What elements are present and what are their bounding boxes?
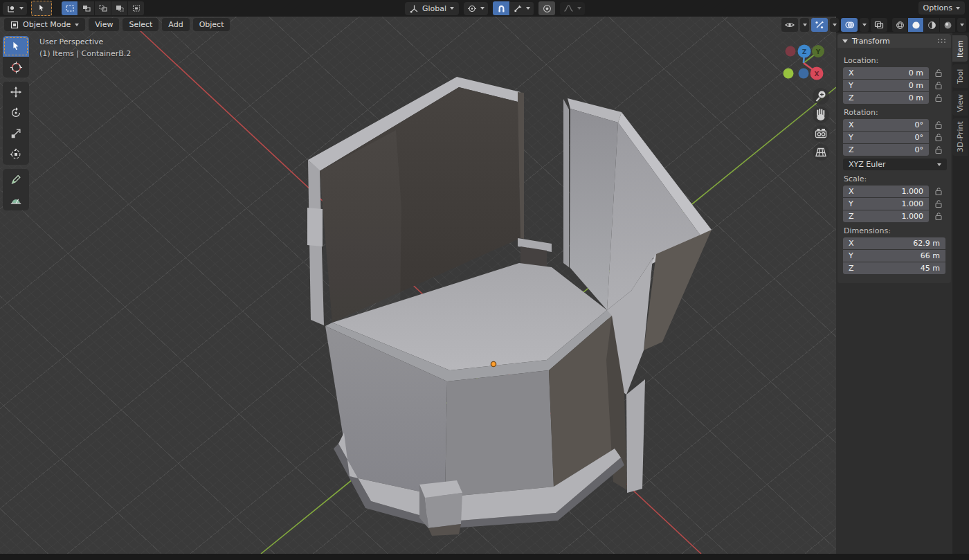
overlays-toggle-button[interactable] xyxy=(841,18,858,32)
lock-open-icon[interactable] xyxy=(934,199,943,208)
xray-toggle-button[interactable] xyxy=(871,18,887,32)
container-model[interactable] xyxy=(307,77,712,536)
menu-object[interactable]: Object xyxy=(193,18,230,31)
rotation-y-field[interactable]: Y0° xyxy=(843,132,929,143)
select-mode-box-button[interactable] xyxy=(62,1,78,15)
tool-scale[interactable] xyxy=(3,123,29,144)
menu-add[interactable]: Add xyxy=(162,18,189,31)
lock-open-icon[interactable] xyxy=(934,120,943,129)
location-label: Location: xyxy=(844,56,945,65)
dimensions-z-field[interactable]: Z45 m xyxy=(843,262,945,274)
pivot-point-dropdown[interactable] xyxy=(464,2,488,15)
sidebar-n-panel: Transform Location: X0 m xyxy=(836,33,969,554)
scale-x-field[interactable]: X1.000 xyxy=(843,186,929,197)
gizmo-y-label: Y xyxy=(815,48,821,55)
tool-measure[interactable] xyxy=(3,190,29,210)
visibility-chevron[interactable] xyxy=(800,18,809,32)
tool-cursor[interactable] xyxy=(3,57,29,78)
panel-collapse-icon xyxy=(842,39,848,43)
orientation-label: Global xyxy=(422,4,446,13)
scale-label: Scale: xyxy=(844,174,945,183)
editor-type-icon xyxy=(6,4,16,13)
rotation-y-row: Y0° xyxy=(843,132,945,143)
gizmo-neg-y-ball[interactable] xyxy=(784,69,794,79)
location-z-field[interactable]: Z0 m xyxy=(843,92,929,104)
location-x-field[interactable]: X0 m xyxy=(843,67,929,79)
orientation-axes-icon xyxy=(410,4,419,13)
mode-label: Object Mode xyxy=(23,20,71,29)
mode-dropdown[interactable]: Object Mode xyxy=(4,18,85,31)
panel-grip-icon[interactable] xyxy=(937,38,946,44)
shading-wireframe-button[interactable] xyxy=(892,18,907,32)
scale-icon xyxy=(10,127,22,140)
material-sphere-icon xyxy=(927,21,936,30)
sidebar-tab-strip: Item Tool View 3D-Print xyxy=(952,33,969,554)
navigation-gizmo[interactable]: Z Y X xyxy=(784,45,825,80)
rotation-z-field[interactable]: Z0° xyxy=(843,144,929,156)
proportional-editing-button[interactable] xyxy=(538,1,555,15)
gizmo-neg-x-ball[interactable] xyxy=(786,46,796,57)
gizmos-chevron[interactable] xyxy=(830,18,839,32)
scale-y-field[interactable]: Y1.000 xyxy=(843,198,929,210)
transform-panel-column: Transform Location: X0 m xyxy=(836,33,952,554)
invert-select-icon xyxy=(115,4,125,12)
tool-annotate[interactable] xyxy=(3,169,29,190)
shading-solid-button[interactable] xyxy=(908,18,923,32)
lock-open-icon[interactable] xyxy=(934,212,943,221)
location-y-field[interactable]: Y0 m xyxy=(843,80,929,91)
scale-z-row: Z1.000 xyxy=(843,210,945,222)
gizmo-neg-z-ball[interactable] xyxy=(799,69,809,79)
lock-open-icon[interactable] xyxy=(934,69,943,78)
options-dropdown[interactable]: Options xyxy=(918,1,965,15)
select-mode-intersect-button[interactable] xyxy=(128,1,144,15)
rotation-mode-dropdown[interactable]: XYZ Euler xyxy=(843,159,947,170)
lock-open-icon[interactable] xyxy=(934,145,943,154)
select-mode-extend-button[interactable] xyxy=(78,1,94,15)
tool-move[interactable] xyxy=(3,82,29,102)
location-x-row: X0 m xyxy=(843,67,945,79)
lock-open-icon[interactable] xyxy=(934,187,943,196)
pivot-point-icon xyxy=(467,4,477,13)
gizmos-toggle-button[interactable] xyxy=(811,18,828,32)
active-tool-button[interactable] xyxy=(31,1,52,16)
tool-rotate[interactable] xyxy=(3,102,29,123)
editor-type-button[interactable] xyxy=(3,2,27,15)
select-mode-subtract-button[interactable] xyxy=(95,1,111,15)
snap-target-dropdown[interactable] xyxy=(510,2,534,15)
3d-viewport[interactable]: Z Y X xyxy=(0,17,836,554)
tab-view[interactable]: View xyxy=(952,91,968,116)
scale-z-field[interactable]: Z1.000 xyxy=(843,210,929,222)
shading-mode-group xyxy=(892,18,955,32)
shading-chevron[interactable] xyxy=(957,18,966,32)
dimensions-y-field[interactable]: Y66 m xyxy=(843,250,945,262)
dimensions-x-field[interactable]: X62.9 m xyxy=(843,237,945,249)
transform-orientation-dropdown[interactable]: Global xyxy=(405,2,459,15)
lock-open-icon[interactable] xyxy=(934,81,943,90)
visibility-dropdown-button[interactable] xyxy=(781,18,798,32)
menu-view[interactable]: View xyxy=(89,18,119,31)
chevron-down-icon xyxy=(956,7,960,10)
overlays-chevron[interactable] xyxy=(860,18,869,32)
tab-tool[interactable]: Tool xyxy=(952,64,968,88)
zoom-button[interactable] xyxy=(813,88,829,105)
tool-transform[interactable] xyxy=(3,144,29,165)
tool-select-box[interactable] xyxy=(3,36,29,57)
proportional-falloff-dropdown[interactable] xyxy=(560,2,585,15)
perspective-toggle-button[interactable] xyxy=(813,144,829,161)
model-right-wall-endcap xyxy=(563,99,569,267)
viewport-canvas: Z Y X xyxy=(0,17,836,554)
rotation-x-field[interactable]: X0° xyxy=(843,119,929,131)
snap-toggle-button[interactable] xyxy=(493,1,509,15)
select-mode-invert-button[interactable] xyxy=(111,1,127,15)
camera-view-button[interactable] xyxy=(813,125,829,142)
menu-select[interactable]: Select xyxy=(123,18,159,31)
tab-3d-print[interactable]: 3D-Print xyxy=(952,118,968,156)
pan-hand-button[interactable] xyxy=(813,107,829,123)
shading-material-button[interactable] xyxy=(924,18,939,32)
transform-panel-header[interactable]: Transform xyxy=(837,34,951,48)
shading-rendered-button[interactable] xyxy=(940,18,955,32)
lock-open-icon[interactable] xyxy=(934,93,943,102)
eye-icon xyxy=(784,21,795,29)
lock-open-icon[interactable] xyxy=(934,133,943,142)
tab-item[interactable]: Item xyxy=(952,35,968,62)
